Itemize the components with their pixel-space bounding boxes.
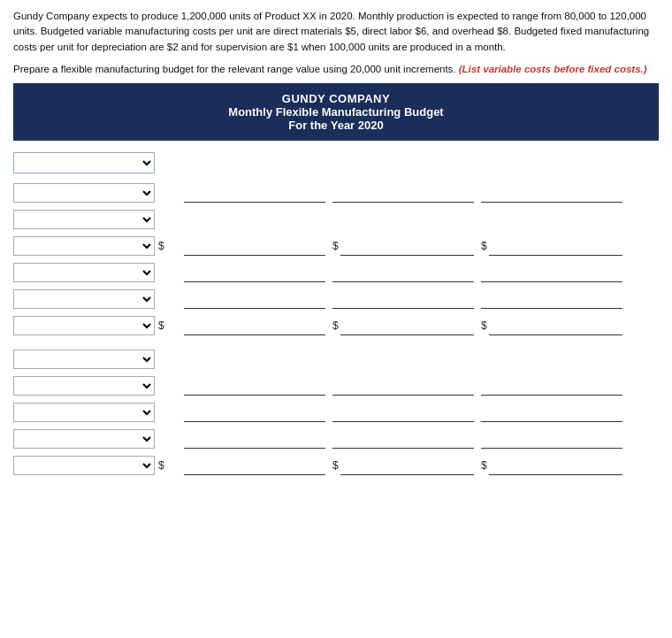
input-3-1: [184, 236, 325, 256]
field-3-1[interactable]: [184, 236, 325, 256]
dropdown-2[interactable]: [13, 210, 155, 229]
field-5-3[interactable]: [481, 289, 622, 309]
input-8-1: [184, 376, 325, 396]
field-1-1[interactable]: [184, 183, 325, 203]
label-col-10: [13, 429, 177, 449]
dropdown-4[interactable]: [13, 263, 155, 282]
field-11-2[interactable]: [340, 456, 474, 475]
row-1: [13, 181, 659, 204]
input-8-2: [332, 376, 474, 396]
dollar-6-2: $: [332, 319, 339, 332]
dollar-3-2: $: [332, 240, 339, 252]
label-col-3: $: [13, 236, 177, 256]
budget-title: Monthly Flexible Manufacturing Budget: [31, 105, 641, 119]
field-1-2[interactable]: [332, 183, 474, 203]
field-5-1[interactable]: [184, 289, 325, 309]
input-11-1: [184, 456, 325, 475]
input-3-2: $: [332, 236, 474, 256]
dollar-label-3: $: [158, 240, 164, 252]
input-1-2: [332, 183, 474, 203]
input-6-3: $: [481, 316, 622, 335]
field-4-3[interactable]: [481, 263, 622, 282]
input-9-1: [184, 403, 325, 422]
dropdown-11[interactable]: [13, 456, 155, 475]
input-10-2: [332, 429, 474, 449]
field-3-2[interactable]: [340, 236, 474, 256]
field-10-1[interactable]: [184, 429, 325, 449]
highlight-text: (List variable costs before fixed costs.…: [459, 64, 647, 74]
field-3-3[interactable]: [489, 236, 622, 256]
field-8-1[interactable]: [184, 376, 325, 396]
field-6-1[interactable]: [184, 316, 325, 335]
field-4-1[interactable]: [184, 263, 325, 282]
field-4-2[interactable]: [332, 263, 474, 282]
field-6-2[interactable]: [340, 316, 474, 335]
field-8-2[interactable]: [332, 376, 474, 396]
dropdown-0[interactable]: [13, 152, 155, 173]
input-5-1: [184, 289, 325, 309]
field-11-1[interactable]: [184, 456, 325, 475]
input-3-3: $: [481, 236, 622, 256]
dollar-3-3: $: [481, 240, 487, 252]
dropdown-9[interactable]: [13, 403, 155, 422]
label-col-7: [13, 350, 177, 369]
input-10-1: [184, 429, 325, 449]
field-9-2[interactable]: [332, 403, 474, 422]
input-11-3: $: [481, 456, 622, 475]
input-4-3: [481, 263, 622, 282]
label-col-11: $: [13, 456, 177, 475]
field-1-3[interactable]: [481, 183, 622, 203]
input-8-3: [481, 376, 622, 396]
dollar-11-3: $: [481, 459, 487, 472]
row-5: [13, 288, 659, 311]
dropdown-8[interactable]: [13, 376, 155, 396]
year-title: For the Year 2020: [31, 119, 641, 132]
dropdown-5[interactable]: [13, 289, 155, 309]
dropdown-1[interactable]: [13, 183, 155, 203]
input-9-2: [332, 403, 474, 422]
dropdown-7[interactable]: [13, 350, 155, 369]
field-9-1[interactable]: [184, 403, 325, 422]
row-4: [13, 261, 659, 284]
input-5-2: [332, 289, 474, 309]
input-5-3: [481, 289, 622, 309]
row-3: $ $ $: [13, 234, 659, 258]
budget-table: $ $ $: [13, 151, 659, 477]
input-4-1: [184, 263, 325, 282]
row-11: $ $ $: [13, 454, 659, 477]
row-8: [13, 374, 659, 397]
label-col-0: [13, 152, 177, 173]
dropdown-10[interactable]: [13, 429, 155, 449]
row-2: [13, 208, 659, 231]
field-11-3[interactable]: [489, 456, 622, 475]
input-1-3: [481, 183, 622, 203]
company-name: GUNDY COMPANY: [31, 92, 641, 105]
label-col-9: [13, 403, 177, 422]
label-col-5: [13, 289, 177, 309]
dollar-11-2: $: [332, 459, 339, 472]
spacer-1: [13, 341, 659, 348]
input-6-2: $: [332, 316, 474, 335]
input-6-1: [184, 316, 325, 335]
field-10-3[interactable]: [481, 429, 622, 449]
dropdown-6[interactable]: [13, 316, 155, 335]
field-6-3[interactable]: [489, 316, 622, 335]
field-10-2[interactable]: [332, 429, 474, 449]
dropdown-3[interactable]: [13, 236, 155, 256]
input-10-3: [481, 429, 622, 449]
input-11-2: $: [332, 456, 474, 475]
dollar-label-6: $: [158, 319, 164, 332]
label-col-1: [13, 183, 177, 203]
header-box: GUNDY COMPANY Monthly Flexible Manufactu…: [13, 83, 659, 141]
field-8-3[interactable]: [481, 376, 622, 396]
field-5-2[interactable]: [332, 289, 474, 309]
input-4-2: [332, 263, 474, 282]
label-col-2: [13, 210, 177, 229]
input-9-3: [481, 403, 622, 422]
prepare-paragraph: Prepare a flexible manufacturing budget …: [13, 64, 659, 74]
row-10: [13, 427, 659, 450]
input-1-1: [184, 183, 325, 203]
dollar-6-3: $: [481, 319, 487, 332]
field-9-3[interactable]: [481, 403, 622, 422]
intro-paragraph: Gundy Company expects to produce 1,200,0…: [13, 9, 659, 55]
